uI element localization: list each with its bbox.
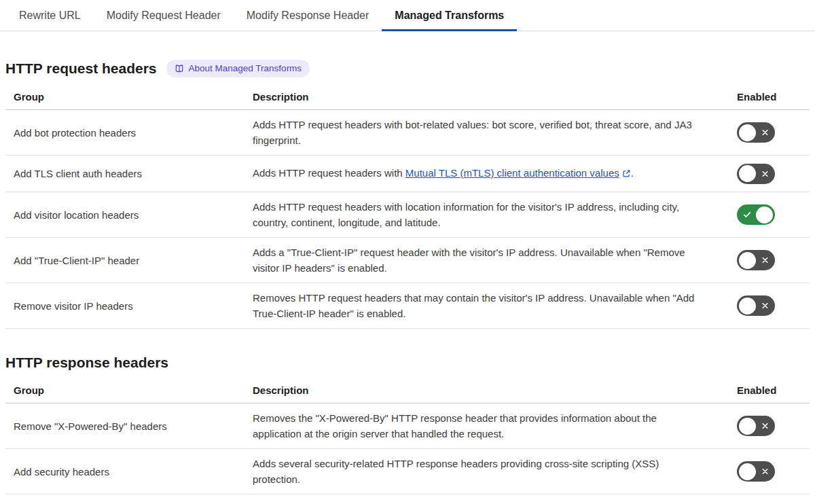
badge-label: About Managed Transforms xyxy=(189,63,302,73)
group-label: Remove "X-Powered-By" headers xyxy=(5,420,253,432)
table-row: Add security headersAdds several securit… xyxy=(5,449,810,494)
x-icon xyxy=(761,302,769,310)
description-link[interactable]: Mutual TLS (mTLS) client authentication … xyxy=(405,167,631,179)
toggle-knob xyxy=(739,463,756,480)
external-link-icon xyxy=(622,166,631,182)
group-label: Add security headers xyxy=(5,466,253,478)
toggle-knob xyxy=(739,124,756,141)
description-text: Adds a "True-Client-IP" request header w… xyxy=(253,245,737,276)
description-text: Adds HTTP request headers with location … xyxy=(253,199,737,230)
group-label: Add visitor location headers xyxy=(5,209,253,221)
x-icon xyxy=(761,467,769,476)
x-icon xyxy=(761,128,769,137)
about-managed-transforms-badge[interactable]: About Managed Transforms xyxy=(166,60,310,77)
description-text: Adds several security-related HTTP respo… xyxy=(253,456,737,487)
request-headers-section-head: HTTP request headers About Managed Trans… xyxy=(5,60,810,77)
column-header-description: Description xyxy=(253,91,737,103)
response-headers-section-head: HTTP response headers xyxy=(5,355,810,371)
table-row: Add TLS client auth headersAdds HTTP req… xyxy=(5,156,810,192)
table-header-row: Group Description Enabled xyxy=(5,380,810,403)
toggle-add-security-headers[interactable] xyxy=(737,461,775,482)
column-header-enabled: Enabled xyxy=(737,91,810,103)
table-header-row: Group Description Enabled xyxy=(5,87,810,110)
toggle-add-tls-client-auth-headers[interactable] xyxy=(737,164,775,184)
toggle-knob xyxy=(739,165,756,182)
toggle-add-true-client-ip-header[interactable] xyxy=(737,250,775,270)
x-icon xyxy=(761,422,769,431)
group-label: Add bot protection headers xyxy=(5,127,253,139)
description-text: Adds HTTP request headers with bot-relat… xyxy=(253,117,737,148)
tab-modify-request-header[interactable]: Modify Request Header xyxy=(94,0,234,31)
toggle-add-visitor-location-headers[interactable] xyxy=(737,204,775,225)
description-text: Removes the "X-Powered-By" HTTP response… xyxy=(253,410,737,442)
toggle-remove-visitor-ip-headers[interactable] xyxy=(737,295,775,316)
table-row: Remove "X-Powered-By" headersRemoves the… xyxy=(5,403,810,449)
tab-bar: Rewrite URLModify Request HeaderModify R… xyxy=(0,0,815,31)
request-headers-title: HTTP request headers xyxy=(5,60,157,77)
request-headers-table: Group Description Enabled Add bot protec… xyxy=(5,87,810,329)
toggle-knob xyxy=(739,298,756,314)
table-row: Add "True-Client-IP" headerAdds a "True-… xyxy=(5,238,810,283)
tab-modify-response-header[interactable]: Modify Response Header xyxy=(234,0,382,31)
toggle-remove-x-powered-by-headers[interactable] xyxy=(737,416,775,436)
description-text: Removes HTTP request headers that may co… xyxy=(253,290,737,321)
column-header-group: Group xyxy=(5,384,253,396)
x-icon xyxy=(761,169,769,178)
response-headers-title: HTTP response headers xyxy=(5,355,168,371)
table-row: Add visitor location headersAdds HTTP re… xyxy=(5,192,810,238)
response-headers-table: Group Description Enabled Remove "X-Powe… xyxy=(5,380,810,494)
group-label: Add "True-Client-IP" header xyxy=(5,255,253,266)
description-text: Adds HTTP request headers with Mutual TL… xyxy=(253,165,737,182)
toggle-knob xyxy=(739,252,756,269)
toggle-add-bot-protection-headers[interactable] xyxy=(737,122,775,143)
managed-transforms-page: HTTP request headers About Managed Trans… xyxy=(0,60,815,494)
group-label: Remove visitor IP headers xyxy=(5,300,253,312)
toggle-knob xyxy=(739,418,756,435)
tab-managed-transforms[interactable]: Managed Transforms xyxy=(382,0,517,31)
x-icon xyxy=(761,256,769,265)
column-header-enabled: Enabled xyxy=(737,384,810,396)
group-label: Add TLS client auth headers xyxy=(5,168,253,179)
column-header-group: Group xyxy=(5,91,253,103)
tab-rewrite-url[interactable]: Rewrite URL xyxy=(6,0,94,31)
column-header-description: Description xyxy=(253,384,737,396)
table-row: Remove visitor IP headersRemoves HTTP re… xyxy=(5,283,810,329)
book-icon xyxy=(175,64,184,73)
toggle-knob xyxy=(756,206,773,223)
check-icon xyxy=(742,210,752,219)
table-row: Add bot protection headersAdds HTTP requ… xyxy=(5,110,810,156)
